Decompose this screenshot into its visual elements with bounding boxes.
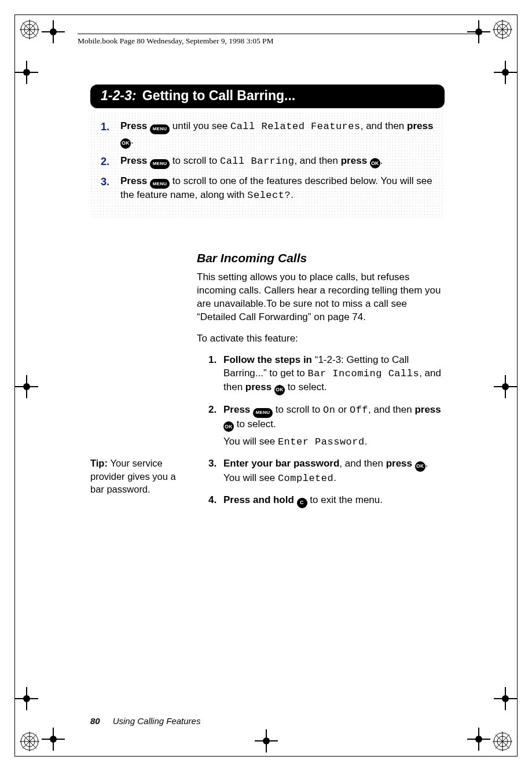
crop-mark-icon [45,24,61,40]
c-button-icon: C [297,498,307,508]
running-head: Mobile.book Page 80 Wednesday, September… [78,34,482,46]
crop-mark-icon [497,64,513,80]
substep-2: Press MENU to scroll to On or Off, and t… [208,403,445,450]
substep-1: Follow the steps in “1-2-3: Getting to C… [208,354,445,395]
menu-button-icon: MENU [150,179,170,189]
ok-button-icon: OK [120,138,131,149]
ok-button-icon: OK [415,461,425,472]
ornament-icon [20,20,39,39]
page-frame: Mobile.book Page 80 Wednesday, September… [14,14,518,757]
step-2: Press MENU to scroll to Call Barring, an… [101,155,434,169]
numbered-steps-box: Press MENU until you see Call Related Fe… [90,112,445,220]
title-prefix: 1-2-3: [101,88,136,103]
crop-mark-icon [19,379,35,395]
menu-button-icon: MENU [150,159,170,169]
substep-2-result: You will see Enter Password. [223,435,445,449]
margin-tip: Tip: Your service provider gives you a b… [90,251,197,516]
substep-3: Enter your bar password, and then press … [208,457,445,486]
crop-mark-icon [19,691,35,707]
crop-mark-icon [497,691,513,707]
subsection-heading: Bar Incoming Calls [197,251,445,265]
chapter-name: Using Calling Features [113,716,201,726]
ok-button-icon: OK [223,421,234,432]
crop-mark-icon [258,733,274,749]
page-footer: 80Using Calling Features [90,716,200,726]
activate-line: To activate this feature: [197,332,445,346]
crop-mark-icon [497,379,513,395]
crop-mark-icon [471,731,487,747]
substep-4: Press and hold C to exit the menu. [208,494,445,508]
menu-button-icon: MENU [150,124,170,134]
crop-mark-icon [45,731,61,747]
step-1: Press MENU until you see Call Related Fe… [101,120,434,149]
ok-button-icon: OK [370,158,380,168]
ornament-icon [493,20,512,39]
ok-button-icon: OK [274,385,285,395]
ornament-icon [493,732,512,751]
step-3: Press MENU to scroll to one of the featu… [101,175,434,203]
intro-paragraph: This setting allows you to place calls, … [197,271,445,324]
page-number: 80 [90,716,100,726]
crop-mark-icon [19,64,35,80]
content-area: 1-2-3: Getting to Call Barring... Press … [90,85,445,516]
section-title: 1-2-3: Getting to Call Barring... [90,85,445,108]
menu-button-icon: MENU [253,408,273,418]
title-text: Getting to Call Barring... [138,88,295,103]
ornament-icon [20,732,39,751]
